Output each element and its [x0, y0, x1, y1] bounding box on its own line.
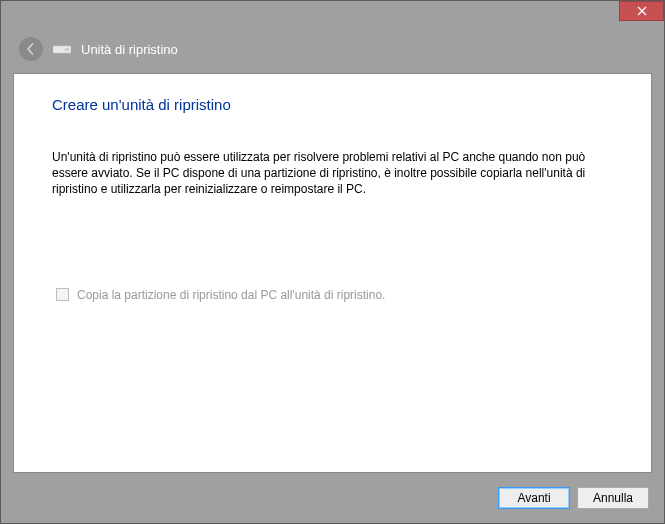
copy-partition-label: Copia la partizione di ripristino dal PC… [77, 288, 385, 302]
content-panel: Creare un'unità di ripristino Un'unità d… [13, 73, 652, 473]
drive-icon [53, 42, 71, 56]
window-title: Unità di ripristino [81, 42, 178, 57]
close-button[interactable] [619, 1, 664, 21]
wizard-window: Unità di ripristino Creare un'unità di r… [0, 0, 665, 524]
back-arrow-icon [24, 42, 38, 56]
next-button-label: Avanti [517, 491, 550, 505]
back-button[interactable] [19, 37, 43, 61]
copy-partition-checkbox[interactable] [56, 288, 69, 301]
cancel-button[interactable]: Annulla [577, 487, 649, 509]
titlebar [1, 1, 664, 29]
wizard-title: Creare un'unità di ripristino [52, 96, 613, 113]
button-row: Avanti Annulla [498, 487, 649, 509]
cancel-button-label: Annulla [593, 491, 633, 505]
close-icon [637, 6, 647, 16]
next-button[interactable]: Avanti [498, 487, 570, 509]
wizard-body-text: Un'unità di ripristino può essere utiliz… [52, 149, 613, 198]
copy-partition-checkbox-row: Copia la partizione di ripristino dal PC… [56, 288, 613, 302]
header-row: Unità di ripristino [1, 29, 664, 69]
svg-rect-3 [65, 48, 69, 51]
